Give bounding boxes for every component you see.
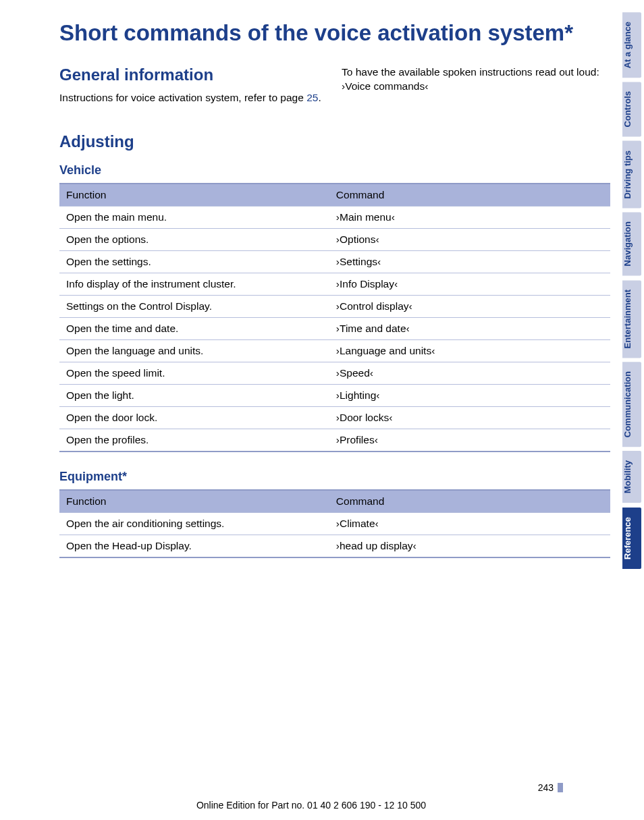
cell-command: ›Lighting‹	[329, 385, 610, 407]
side-tab-reference[interactable]: Reference	[622, 508, 641, 569]
table-row: Info display of the instrument cluster.›…	[59, 273, 610, 296]
table-row: Open the air conditioning settings.›Clim…	[59, 513, 610, 535]
side-tab-driving-tips[interactable]: Driving tips	[622, 141, 641, 209]
general-text-suffix: .	[318, 92, 321, 103]
cell-function: Open the time and date.	[59, 318, 329, 340]
heading-equipment: Equipment*	[59, 470, 610, 484]
table-row: Open the time and date.›Time and date‹	[59, 318, 610, 340]
cell-function: Open the profiles.	[59, 429, 329, 452]
cell-function: Open the speed limit.	[59, 362, 329, 385]
page-ref-link[interactable]: 25	[306, 92, 318, 103]
table-row: Settings on the Control Display.›Control…	[59, 296, 610, 318]
cell-function: Open the options.	[59, 229, 329, 251]
cell-command: ›Profiles‹	[329, 429, 610, 452]
th-function: Function	[59, 490, 329, 513]
heading-adjusting: Adjusting	[59, 132, 610, 151]
heading-general: General information	[59, 65, 328, 84]
table-row: Open the door lock.›Door locks‹	[59, 407, 610, 429]
side-tab-at-a-glance[interactable]: At a glance	[622, 12, 641, 78]
cell-command: ›Speed‹	[329, 362, 610, 385]
cell-function: Open the air conditioning settings.	[59, 513, 329, 535]
cell-command: ›Climate‹	[329, 513, 610, 535]
page-number: 243	[538, 782, 563, 793]
th-function: Function	[59, 184, 329, 207]
page-title: Short commands of the voice activation s…	[59, 19, 610, 47]
general-info-text: Instructions for voice activation system…	[59, 91, 328, 105]
cell-command: ›Control display‹	[329, 296, 610, 318]
cell-function: Settings on the Control Display.	[59, 296, 329, 318]
table-row: Open the Head-up Display.›head up displa…	[59, 535, 610, 558]
heading-vehicle: Vehicle	[59, 163, 610, 177]
cell-command: ›Info Display‹	[329, 273, 610, 296]
cell-function: Open the door lock.	[59, 407, 329, 429]
table-equipment: Function Command Open the air conditioni…	[59, 489, 610, 558]
side-tab-entertainment[interactable]: Entertainment	[622, 280, 641, 358]
table-row: Open the main menu.›Main menu‹	[59, 207, 610, 229]
side-tab-mobility[interactable]: Mobility	[622, 451, 641, 503]
cell-command: ›Language and units‹	[329, 340, 610, 362]
cell-command: ›Options‹	[329, 229, 610, 251]
general-text-prefix: Instructions for voice activation system…	[59, 92, 306, 103]
cell-command: ›Settings‹	[329, 251, 610, 273]
cell-command: ›Main menu‹	[329, 207, 610, 229]
table-row: Open the speed limit.›Speed‹	[59, 362, 610, 385]
cell-function: Open the Head-up Display.	[59, 535, 329, 558]
cell-function: Info display of the instrument cluster.	[59, 273, 329, 296]
cell-command: ›head up display‹	[329, 535, 610, 558]
cell-function: Open the settings.	[59, 251, 329, 273]
cell-function: Open the main menu.	[59, 207, 329, 229]
table-row: Open the options.›Options‹	[59, 229, 610, 251]
cell-function: Open the light.	[59, 385, 329, 407]
side-tab-communication[interactable]: Communication	[622, 362, 641, 447]
table-row: Open the profiles.›Profiles‹	[59, 429, 610, 452]
th-command: Command	[329, 184, 610, 207]
table-row: Open the light.›Lighting‹	[59, 385, 610, 407]
footer-text: Online Edition for Part no. 01 40 2 606 …	[0, 800, 622, 811]
cell-command: ›Door locks‹	[329, 407, 610, 429]
side-tab-controls[interactable]: Controls	[622, 82, 641, 136]
th-command: Command	[329, 490, 610, 513]
voice-commands-hint: To have the available spoken instruction…	[342, 65, 610, 94]
table-vehicle: Function Command Open the main menu.›Mai…	[59, 183, 610, 452]
side-tabs: At a glanceControlsDriving tipsNavigatio…	[622, 0, 644, 820]
cell-command: ›Time and date‹	[329, 318, 610, 340]
table-row: Open the language and units.›Language an…	[59, 340, 610, 362]
side-tab-navigation[interactable]: Navigation	[622, 212, 641, 275]
table-row: Open the settings.›Settings‹	[59, 251, 610, 273]
cell-function: Open the language and units.	[59, 340, 329, 362]
